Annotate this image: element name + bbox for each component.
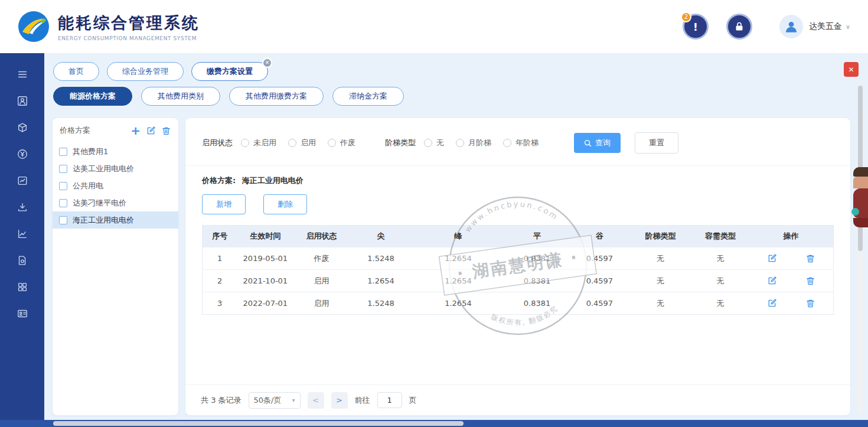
list-item-label: 达美刁继平电价 (73, 198, 126, 208)
pagination-bar: 共 3 条记录 50条/页 ▾ < > 前往 页 (185, 384, 850, 415)
page-size-value: 50条/页 (254, 395, 282, 406)
app-logo-icon (18, 11, 50, 43)
next-page-button[interactable]: > (331, 392, 348, 409)
cell-sharp: 1.5248 (350, 292, 413, 315)
cell-capacity-type: 无 (692, 270, 749, 292)
lock-button[interactable] (726, 14, 752, 40)
edit-plan-icon[interactable] (146, 126, 156, 136)
edit-row-icon[interactable] (767, 298, 777, 308)
ladder-filter-label: 阶梯类型 (385, 138, 416, 148)
add-plan-icon[interactable]: + (130, 126, 141, 135)
delete-row-icon[interactable] (805, 276, 815, 286)
close-page-button[interactable]: ✕ (844, 62, 859, 77)
list-item-label: 海正工业用电电价 (73, 215, 134, 226)
subtab-bar: 能源价格方案 其他费用类别 其他费用缴费方案 滞纳金方案 (53, 87, 404, 106)
detail-panel: 启用状态 未启用 启用 作废 阶梯类型 无 月阶梯 (185, 118, 850, 415)
line-chart-icon[interactable] (15, 227, 30, 241)
reset-button[interactable]: 重置 (635, 132, 678, 154)
list-item[interactable]: 达美刁继平电价 (53, 194, 178, 211)
cell-effective-date: 2021-10-01 (237, 270, 293, 292)
tab-energy-price-plan[interactable]: 能源价格方案 (53, 87, 132, 106)
table-row: 1 2019-05-01 作废 1.5248 1.2654 0.8381 0.4… (203, 247, 834, 270)
subtab-label: 其他费用类别 (158, 92, 204, 100)
crumb-tab-business[interactable]: 综合业务管理 (107, 62, 184, 81)
checkbox[interactable] (59, 199, 67, 207)
cell-valley: 0.4597 (570, 292, 629, 315)
tab-other-fee-category[interactable]: 其他费用类别 (141, 87, 220, 106)
user-name[interactable]: 达美五金 (809, 21, 842, 32)
menu-icon[interactable] (15, 67, 30, 82)
doc-gear-icon[interactable] (15, 253, 30, 268)
app-title: 能耗综合管理系统 (58, 12, 200, 34)
breadcrumb: 首页 综合业务管理 缴费方案设置 ✕ (53, 62, 268, 81)
list-item[interactable]: 其他费用1 (53, 143, 178, 160)
cell-index: 1 (203, 247, 237, 270)
cell-ladder-type: 无 (629, 270, 692, 292)
id-card-icon[interactable] (15, 307, 30, 321)
yen-circle-icon[interactable] (15, 147, 30, 161)
radio-icon[interactable] (328, 139, 336, 147)
chevron-down-icon: ▾ (292, 397, 295, 403)
vertical-scrollbar[interactable] (858, 84, 863, 414)
delete-row-icon[interactable] (805, 253, 815, 263)
checkbox[interactable] (59, 148, 67, 156)
lock-icon (733, 21, 745, 32)
col-header: 峰 (412, 226, 504, 247)
list-item[interactable]: 达美工业用电电价 (53, 160, 178, 177)
delete-button[interactable]: 删除 (263, 194, 307, 214)
radio-ladder-year[interactable]: 年阶梯 (503, 138, 539, 148)
list-item-selected[interactable]: 海正工业用电电价 (53, 211, 178, 229)
radio-status-disabled[interactable]: 未启用 (241, 138, 276, 148)
download-icon[interactable] (15, 200, 30, 214)
crumb-tab-payment-plan[interactable]: 缴费方案设置 ✕ (191, 62, 268, 81)
radio-icon[interactable] (424, 139, 432, 147)
edit-row-icon[interactable] (767, 253, 777, 263)
price-table-wrap: 序号 生效时间 启用状态 尖 峰 平 谷 阶梯类型 容需类型 操作 1 (202, 225, 834, 315)
cell-sharp: 1.5248 (350, 247, 413, 270)
mascot-peek[interactable] (853, 167, 868, 227)
radio-status-voided[interactable]: 作废 (328, 138, 355, 148)
radio-icon[interactable] (288, 139, 296, 147)
prev-page-button[interactable]: < (308, 392, 324, 409)
tab-late-fee-plan[interactable]: 滞纳金方案 (332, 87, 404, 106)
delete-plan-icon[interactable] (161, 126, 171, 136)
radio-ladder-none[interactable]: 无 (424, 138, 444, 148)
edit-row-icon[interactable] (767, 276, 777, 286)
total-records: 共 3 条记录 (201, 395, 242, 406)
radio-icon[interactable] (456, 139, 464, 147)
bottom-bar (0, 420, 868, 427)
app-header: 能耗综合管理系统 ENERGY CONSUMPTION MANAGEMENT S… (0, 0, 868, 53)
page-size-select[interactable]: 50条/页 ▾ (249, 392, 301, 409)
user-avatar[interactable] (779, 15, 803, 38)
checkbox[interactable] (59, 182, 67, 190)
cell-effective-date: 2022-07-01 (237, 292, 293, 315)
notification-badge: 2 (681, 12, 691, 22)
cell-peak: 1.2654 (412, 247, 504, 270)
horizontal-scrollbar-thumb[interactable] (53, 421, 464, 426)
add-button[interactable]: 新增 (202, 194, 246, 214)
radio-status-enabled[interactable]: 启用 (288, 138, 316, 148)
report-icon[interactable] (15, 174, 30, 188)
cell-sharp: 1.2654 (350, 270, 413, 292)
radio-ladder-month[interactable]: 月阶梯 (456, 138, 491, 148)
delete-row-icon[interactable] (805, 298, 815, 308)
subtab-label: 滞纳金方案 (349, 92, 387, 100)
close-tab-icon[interactable]: ✕ (262, 58, 272, 68)
crumb-tab-home[interactable]: 首页 (53, 62, 99, 81)
page-unit-label: 页 (409, 395, 417, 406)
package-icon[interactable] (15, 120, 30, 135)
chevron-down-icon[interactable]: ∨ (846, 23, 850, 31)
tab-other-fee-payment-plan[interactable]: 其他费用缴费方案 (229, 87, 324, 106)
checkbox[interactable] (59, 165, 67, 173)
radio-icon[interactable] (503, 139, 511, 147)
list-item-label: 公共用电 (73, 181, 103, 191)
grid-icon[interactable] (15, 280, 30, 294)
checkbox[interactable] (59, 216, 67, 224)
alert-button[interactable]: ! 2 (683, 14, 709, 40)
list-item-label: 达美工业用电电价 (73, 164, 134, 174)
list-item[interactable]: 公共用电 (53, 177, 178, 194)
radio-icon[interactable] (241, 139, 249, 147)
query-button[interactable]: 查询 (574, 133, 621, 153)
page-number-input[interactable] (377, 392, 402, 408)
user-card-icon[interactable] (15, 94, 30, 108)
